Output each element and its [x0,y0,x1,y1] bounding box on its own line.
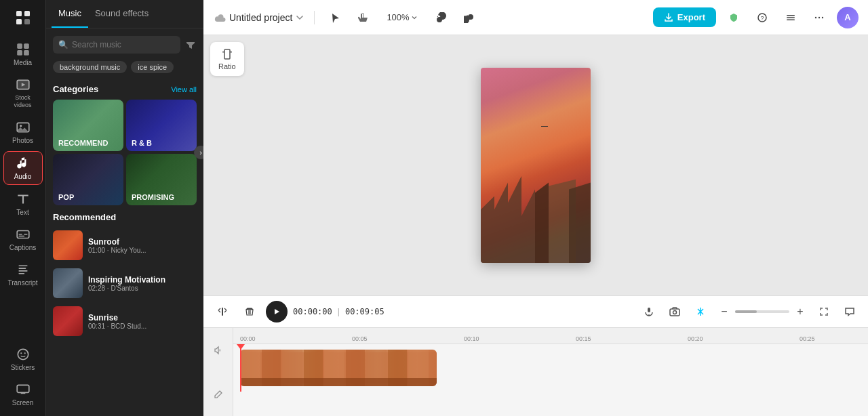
svg-rect-5 [24,43,29,49]
recommended-header: Recommended [46,205,203,226]
chevron-down-icon [295,13,304,22]
track-item-sunrise[interactable]: Sunrise 00:31 · BCD Stud... [46,302,203,340]
ratio-button[interactable]: Ratio [210,42,244,76]
svg-rect-6 [17,50,22,56]
category-rnb[interactable]: R & B [126,100,197,151]
zoom-track[interactable] [735,310,789,313]
mic-button[interactable] [639,301,659,322]
category-pop[interactable]: POP [53,154,123,205]
svg-rect-49 [240,378,437,386]
delete-button[interactable] [239,301,260,323]
filter-button[interactable] [184,35,197,54]
track-thumb-inspiring [53,268,83,298]
timeline-area: 00:00 00:05 00:10 00:15 00:20 00:25 [203,328,868,416]
svg-rect-35 [222,308,223,316]
tag-background-music[interactable]: background music [53,61,127,73]
sidebar-item-stock-videos[interactable]: Stock videos [3,73,43,113]
zoom-level: 100% [387,12,409,22]
menu-list-button[interactable] [780,7,802,28]
comment-button[interactable] [840,301,860,322]
topbar-separator [314,11,315,24]
fullscreen-button[interactable] [814,301,834,322]
svg-rect-14 [24,233,28,234]
view-all-button[interactable]: View all [171,85,197,93]
clip-waveform [240,350,437,386]
sidebar-item-stock-videos-label: Stock videos [6,94,40,109]
user-avatar[interactable]: A [837,7,859,28]
category-recommend-label: RECOMMEND [58,139,108,147]
undo-button[interactable] [430,7,452,28]
ruler-mark-0: 00:00 [240,335,256,342]
categories-header: Categories View all [46,80,203,100]
timeline-left-panel [203,328,233,416]
snap-button[interactable] [690,301,711,322]
video-track-row [233,344,868,392]
svg-point-30 [818,16,820,18]
total-time: 00:09:05 [345,307,384,316]
sidebar-item-stickers[interactable]: Stickers [3,343,43,375]
tag-ice-spice[interactable]: ice spice [131,61,174,73]
sidebar-item-captions[interactable]: Captions [3,223,43,255]
project-name-wrap[interactable]: Untitled project [213,11,304,24]
waveform-svg [240,350,437,386]
sidebar-item-media[interactable]: Media [3,38,43,70]
ratio-icon [220,47,234,61]
svg-rect-13 [18,233,22,234]
more-button[interactable] [808,7,830,28]
ruler-mark-5: 00:25 [800,335,815,342]
timeline-controls: 00:00:00 | 00:09:05 − [203,295,868,328]
svg-rect-2 [16,19,22,24]
zoom-control[interactable]: 100% [381,9,422,25]
hand-tool-button[interactable] [353,7,374,28]
zoom-in-button[interactable]: + [792,304,808,320]
svg-rect-0 [16,11,22,16]
sidebar-item-screen[interactable]: Screen [3,378,43,411]
camera-button[interactable] [665,301,685,322]
tab-music[interactable]: Music [52,0,88,28]
timeline-volume-button[interactable] [203,328,233,372]
app-logo[interactable] [11,5,35,30]
svg-point-20 [18,349,28,359]
categories-title: Categories [53,84,98,94]
zoom-out-button[interactable]: − [716,304,732,320]
track-name-sunrise: Sunrise [88,313,197,323]
video-clip[interactable] [240,350,437,386]
playhead-head [237,344,245,350]
track-meta-inspiring: 02:28 · D'Santos [88,285,197,292]
ratio-label: Ratio [218,62,236,70]
categories-next-button[interactable]: › [194,146,203,159]
redo-button[interactable] [458,7,480,28]
export-icon [664,13,673,22]
timeline-edit-button[interactable] [203,372,233,416]
select-tool-button[interactable] [324,7,346,28]
svg-rect-33 [222,51,224,53]
time-ruler: 00:00 00:05 00:10 00:15 00:20 00:25 [233,328,868,344]
sidebar-item-text[interactable]: Text [3,188,43,220]
playhead[interactable] [240,344,241,392]
tab-sound-effects[interactable]: Sound effects [88,0,155,28]
track-meta-sunroof: 01:00 · Nicky You... [88,247,197,254]
track-item-inspiring[interactable]: Inspiring Motivation 02:28 · D'Santos [46,264,203,302]
category-promising[interactable]: PROMISING [126,154,197,205]
split-button[interactable] [212,301,233,323]
track-info-sunroof: Sunroof 01:00 · Nicky You... [88,237,197,254]
sidebar-item-transcript-label: Transcript [7,279,37,287]
export-label: Export [677,12,705,22]
svg-rect-15 [18,235,24,236]
sidebar-item-photos[interactable]: Photos [3,116,43,148]
export-button[interactable]: Export [653,7,716,27]
track-thumb-sunroof [53,230,83,260]
svg-rect-4 [17,43,22,49]
help-button[interactable]: ? [751,7,773,28]
sidebar-item-transcript[interactable]: Transcript [3,258,43,291]
svg-point-21 [20,352,22,354]
category-rnb-label: R & B [132,139,152,147]
shield-button[interactable] [723,7,745,28]
sidebar-item-audio[interactable]: Audio [3,151,43,185]
play-button[interactable] [266,301,288,323]
chevron-down-small-icon [411,14,418,21]
canvas-area: Ratio [203,35,868,295]
search-input[interactable] [53,36,180,54]
category-recommend[interactable]: RECOMMEND [53,100,123,151]
track-item-sunroof[interactable]: Sunroof 01:00 · Nicky You... [46,226,203,264]
